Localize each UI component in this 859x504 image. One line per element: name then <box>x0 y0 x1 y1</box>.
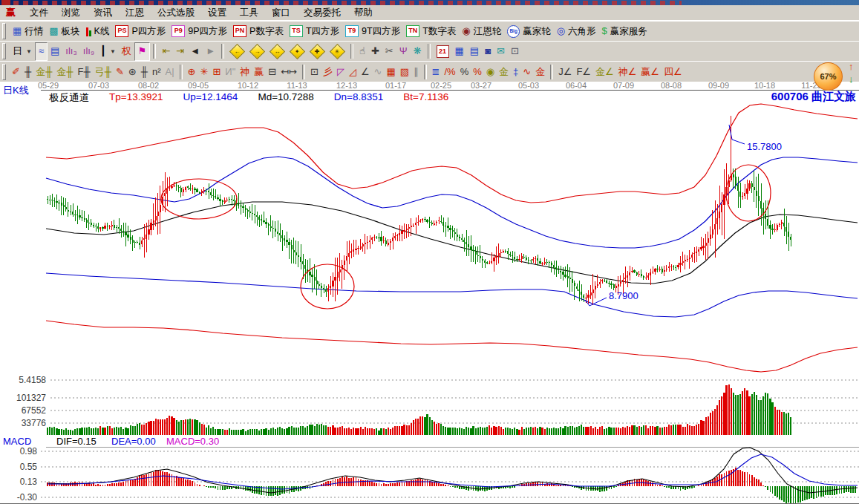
toolbar-drag-handle[interactable] <box>2 64 6 80</box>
zoom-all-diamond-2-button[interactable]: ✚ <box>307 43 327 60</box>
angle-f-tool-button[interactable]: F∠ <box>574 64 593 81</box>
box-measure-tool-button[interactable]: ⊡ <box>308 64 321 81</box>
zoom-all-diamond-3-button[interactable]: ✳ <box>327 43 347 60</box>
angle-shen-tool-button[interactable]: 神∠ <box>616 64 639 81</box>
last-page-button[interactable]: ⇥ <box>173 43 187 60</box>
t-number-table-button[interactable]: TNT数字表 <box>403 23 459 40</box>
gann-ruler-tool-button[interactable]: ╫ <box>22 64 33 81</box>
next-page-button[interactable]: ► <box>203 43 218 60</box>
menu-item-gann[interactable]: 江恩 <box>119 5 151 21</box>
measure-tool-button[interactable]: ✂ <box>382 43 396 60</box>
wave-mark-tool-button[interactable]: И" <box>223 64 238 81</box>
gold-circle-tool-button[interactable]: ◉ <box>484 64 497 81</box>
angle-four-tool-button[interactable]: 四∠ <box>662 64 685 81</box>
menu-item-formula-stock-pick[interactable]: 公式选股 <box>151 5 201 21</box>
zoom-left-diamond-button[interactable]: ← <box>227 43 247 60</box>
sectors-button[interactable]: ▩板块 <box>46 23 82 40</box>
zoom-all-diamond-1-button[interactable]: ✦ <box>287 43 307 60</box>
t9-square-button[interactable]: T99T四方形 <box>342 23 403 40</box>
candle-style-button[interactable]: ┃▼ <box>97 43 119 60</box>
chart-3-bars-button[interactable]: ılı₃ <box>62 43 79 60</box>
zoom-right-diamond-button[interactable]: → <box>247 43 267 60</box>
grid-box-tool-1-button[interactable]: ▦ <box>384 64 397 81</box>
p-number-table-button[interactable]: PNP数字表 <box>230 23 287 40</box>
menu-item-settings[interactable]: 设置 <box>201 5 233 21</box>
restore-rights-button[interactable]: 权 <box>119 43 134 60</box>
menu-item-window[interactable]: 窗口 <box>265 5 297 21</box>
n2-ruler-button[interactable]: n² <box>150 64 163 81</box>
pattern-brain-tool-button[interactable]: ❋ <box>411 43 425 60</box>
angle-j-tool-button[interactable]: J∠ <box>556 64 574 81</box>
prev-page-button[interactable]: ◄ <box>187 43 203 60</box>
parallel-lines-tool-button[interactable]: ∥ <box>411 64 421 81</box>
calendar-tool-button[interactable]: 21 <box>434 43 452 60</box>
protractor-tool-button[interactable]: ⊛ <box>126 64 139 81</box>
menu-item-file[interactable]: 文件 <box>23 5 55 21</box>
gold-line-tool-button[interactable]: 金 <box>533 64 547 81</box>
first-page-button[interactable]: ⇤ <box>159 43 173 60</box>
kline-view-toggle-button[interactable]: ≈ <box>35 42 48 61</box>
menu-item-tools[interactable]: 工具 <box>233 5 265 21</box>
angle-ying-tool-button[interactable]: 赢∠ <box>638 64 662 81</box>
p9-square-button[interactable]: P99P四方形 <box>169 23 230 40</box>
grid-123-tool-button[interactable]: ⊟ <box>266 64 278 81</box>
starburst-tool-button[interactable]: ✳ <box>198 64 211 81</box>
menu-item-news[interactable]: 资讯 <box>87 5 119 21</box>
percent-line-tool-button[interactable]: /% <box>442 64 457 81</box>
workstation-tool-button[interactable]: ⊡ <box>508 43 522 60</box>
zoom-percent-badge[interactable]: 67% <box>814 62 843 91</box>
kline-button[interactable]: K线 <box>83 23 113 40</box>
scroll-up-arrow-icon[interactable]: ↑ <box>849 61 854 72</box>
target-circle-tool-button[interactable]: ⊕ <box>186 64 198 81</box>
gold-level-tool-button[interactable]: 金 <box>497 64 511 81</box>
percent-level-tool-button[interactable]: % <box>471 64 484 81</box>
fan-box-tool-2-button[interactable]: ◿ <box>347 64 359 81</box>
gann-fan-tool-button[interactable]: 彡 <box>321 64 335 81</box>
grid-box-tool-2-button[interactable]: ▧ <box>398 64 411 81</box>
f-ruler-button[interactable]: F╫ <box>76 64 93 81</box>
gold-ratio-ruler-1-button[interactable]: 金╫ <box>33 64 54 81</box>
mail-tool-button[interactable]: ✉ <box>494 43 508 60</box>
pen-level-tool-button[interactable]: ‡ <box>511 64 520 81</box>
menu-item-help[interactable]: 帮助 <box>347 5 379 21</box>
level-scale-tool-button[interactable]: ≣ <box>430 64 442 81</box>
time-ruler-button[interactable]: ╫ <box>139 64 150 81</box>
p-square-button[interactable]: PSP四方形 <box>112 23 169 40</box>
period-selector-button[interactable]: 日▼ <box>10 43 35 60</box>
span-arrows-tool-button[interactable]: ↤↦ <box>278 64 299 81</box>
angle-gold-tool-button[interactable]: 金∠ <box>593 64 616 81</box>
gold-ratio-ruler-2-button[interactable]: 金╫ <box>54 64 75 81</box>
winner-wheel-button[interactable]: Big赢家轮 <box>504 23 554 40</box>
info-panel-button[interactable]: ▤ <box>48 43 62 60</box>
crosshair-button[interactable]: ✚ <box>368 43 382 60</box>
save-tool-button[interactable]: ◙ <box>482 43 494 60</box>
calculator-tool-button[interactable]: ▦ <box>452 43 467 60</box>
web-grid-tool-button[interactable]: ⊞ <box>210 64 223 81</box>
zoom-horizontal-diamond-button[interactable]: ↔ <box>267 43 287 60</box>
toolbar-drag-handle[interactable] <box>2 23 6 39</box>
scroll-down-arrow-icon[interactable]: ↓ <box>849 73 854 85</box>
winner-service-button[interactable]: $赢家服务 <box>598 23 650 40</box>
fan-box-tool-1-button[interactable]: ◸ <box>335 64 347 81</box>
toolbar-drag-handle[interactable] <box>2 43 6 59</box>
pointer-knife-tool-button[interactable]: ✐ <box>10 64 22 81</box>
pan-hand-button[interactable]: ☝ <box>356 43 368 60</box>
menu-item-trade-entrust[interactable]: 交易委托 <box>297 5 347 21</box>
pen-ruler-button[interactable]: ✎ <box>114 64 126 81</box>
shen-grid-tool-button[interactable]: 神 <box>238 64 252 81</box>
quotes-button[interactable]: ▦行情 <box>10 23 46 40</box>
report-tool-button[interactable]: ▤ <box>467 43 482 60</box>
menu-item-browse[interactable]: 浏览 <box>55 5 87 21</box>
wave-level-tool-button[interactable]: ∿ <box>520 64 533 81</box>
candle-style-caret-icon[interactable]: ▼ <box>110 48 116 55</box>
a-marker-button[interactable]: A| <box>163 64 177 81</box>
flag-marker-button[interactable]: ⚑ <box>134 42 151 61</box>
t-square-button[interactable]: TST四方形 <box>287 23 342 40</box>
chart-9-bars-button[interactable]: ılı₉ <box>80 43 97 60</box>
zigzag-tool-button[interactable]: ∿ <box>372 64 385 81</box>
ying-grid-tool-button[interactable]: 赢 <box>252 64 266 81</box>
trend-line-tool-button[interactable]: ∠ <box>359 64 372 81</box>
gann-wheel-button[interactable]: ◉江恩轮 <box>459 23 504 40</box>
period-selector-caret-icon[interactable]: ▼ <box>26 48 32 55</box>
percent-tool-button[interactable]: % <box>458 64 471 81</box>
